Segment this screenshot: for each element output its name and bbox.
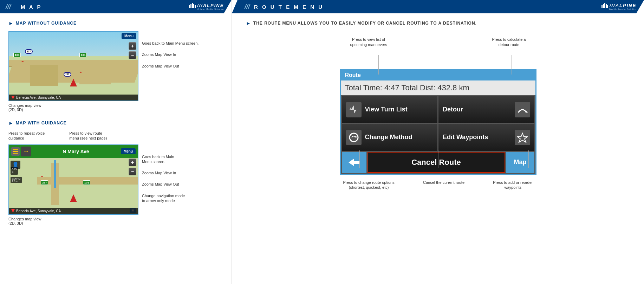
- ann-top-left: Press to view list ofupcoming manuevers: [350, 37, 387, 48]
- map-btn[interactable]: Map: [506, 152, 534, 173]
- label-voice: Press to repeat voiceguidance: [8, 131, 45, 141]
- route-menu-wrap: Press to view list ofupcoming manuevers …: [340, 37, 536, 190]
- svg-marker-5: [349, 159, 354, 166]
- label-menu1: Goes back to Main Menu screen.: [142, 41, 199, 46]
- label-zoom-in2: Zooms Map View In: [142, 170, 185, 175]
- dist-text: 595ft: [12, 168, 17, 174]
- zoom-in-btn2[interactable]: +: [129, 159, 136, 166]
- view-turn-list-btn[interactable]: View Turn List: [342, 96, 438, 123]
- detour-label: Detour: [443, 106, 463, 113]
- label-zoom-out2-text: Zooms Map View Out: [142, 182, 179, 187]
- hamburger-icon[interactable]: [11, 147, 20, 156]
- map-without-guidance-section: ► MAP WITHOUT GUIDANCE: [8, 20, 223, 112]
- car-arrow2: [70, 194, 77, 202]
- right-slash-icon: ///: [245, 3, 250, 11]
- time-text: 8:00PM2.8 m: [12, 178, 20, 182]
- view-change1-text: Changes map view(2D, 3D): [8, 103, 41, 112]
- view-change2-text: Changes map view(2D, 3D): [8, 217, 41, 225]
- edit-waypoints-label: Edit Waypoints: [443, 134, 488, 141]
- street-name2: Benecia Ave, Sunnyvale, CA: [16, 209, 61, 213]
- ann-bot-center: Cancel the current route: [423, 180, 464, 190]
- map2-area: → N Mary Ave Menu 👤 595ft 8:00PM2.8 m: [8, 144, 223, 215]
- label-nav-mode: Change navigation modeto arrow only mode: [142, 193, 185, 204]
- stripe1: [189, 5, 190, 8]
- right-section-title: ► THE ROUTE MENU ALLOWS YOU TO EASILY MO…: [246, 20, 630, 26]
- change-method-icon: [346, 130, 362, 145]
- bottom-annotations: Press to change route options(shortest, …: [340, 180, 536, 190]
- rest-icon2: ⌁: [79, 70, 82, 75]
- vline-bot-left: [359, 150, 360, 168]
- top-labels2: Press to repeat voiceguidance Press to v…: [8, 131, 223, 141]
- nav-bar: → N Mary Ave Menu: [9, 145, 138, 158]
- route-buttons-grid: View Turn List Detour: [341, 95, 535, 152]
- ann-top-right-text: Press to calculate adetour route: [492, 37, 526, 47]
- cancel-route-btn[interactable]: Cancel Route: [367, 152, 505, 173]
- label-route-menu: Press to view routemenu (see next page): [69, 131, 107, 141]
- label-zoom-out1: Zooms Map View Out: [142, 64, 199, 69]
- zoom-out-btn1[interactable]: −: [129, 51, 136, 59]
- sign2-101: 101: [83, 180, 90, 185]
- menu-btn1[interactable]: Menu: [122, 33, 136, 39]
- section2-label: MAP WITH GUIDANCE: [16, 121, 67, 125]
- ann-bot-left-text: Press to change route options(shortest, …: [343, 180, 395, 189]
- change-method-label: Change Method: [365, 134, 412, 141]
- alpine-stripes-left: [189, 3, 196, 8]
- map1-labels: Goes back to Main Menu screen. Zooms Map…: [142, 31, 199, 69]
- top-annotations: Press to view list ofupcoming manuevers …: [340, 37, 536, 48]
- map2-display: → N Mary Ave Menu 👤 595ft 8:00PM2.8 m: [8, 144, 138, 215]
- view-change1: Changes map view(2D, 3D): [8, 103, 223, 112]
- info-dist-box: 595ft: [11, 167, 18, 175]
- route-intro-text: THE ROUTE MENU ALLOWS YOU TO EASILY MODI…: [253, 20, 477, 26]
- label-zoom-in2-text: Zooms Map View In: [142, 170, 176, 175]
- alpine-subtitle-left: Mobile Media Solutions: [197, 8, 226, 11]
- hamburger-line3: [13, 153, 18, 154]
- label-zoom-in1-text: Zooms Map View In: [142, 52, 176, 57]
- zoom-in-btn1[interactable]: +: [129, 42, 136, 50]
- vline-bot-right: [528, 150, 529, 168]
- label-voice-text: Press to repeat voiceguidance: [8, 131, 45, 140]
- right-content: ► THE ROUTE MENU ALLOWS YOU TO EASILY MO…: [232, 13, 644, 197]
- section2-arrow: ►: [8, 120, 14, 126]
- label-zoom-in1: Zooms Map View In: [142, 52, 199, 57]
- vline-top-left: [378, 55, 379, 75]
- sign-237a: 237: [25, 49, 33, 54]
- road-intersection: [30, 65, 58, 86]
- menu-btn2[interactable]: Menu: [121, 148, 136, 154]
- left-slash-icon: ///: [6, 3, 11, 11]
- map-with-guidance-section: ► MAP WITH GUIDANCE Press to repeat voic…: [8, 120, 223, 225]
- route-header-label: Route: [345, 72, 361, 78]
- alpine-name-right: ///ALPINE.: [601, 3, 638, 8]
- turn-list-icon: [346, 102, 362, 117]
- alpine-name-left: ///ALPINE.: [189, 3, 226, 8]
- zoom-out-btn2[interactable]: −: [129, 168, 136, 175]
- detour-icon: [515, 102, 530, 117]
- turn-arrow-symbol: →: [23, 148, 29, 155]
- alpine-text-right: ///ALPINE.: [610, 3, 638, 8]
- stripe5: [195, 5, 196, 8]
- header-slash-left: [224, 0, 232, 13]
- ann-bot-right-text: Press to add or reorderwaypoints: [493, 180, 533, 189]
- rest-icon3: ⌁: [41, 174, 43, 179]
- map1-area: 101 237 101 237 ⌁ ⌁ Menu + −: [8, 31, 223, 101]
- turn-arrow-icon: →: [21, 147, 31, 156]
- svg-marker-3: [518, 133, 527, 142]
- label-main-menu2-text: Goes back to MainMenu screen.: [142, 154, 174, 164]
- stripe4: [193, 4, 194, 8]
- detour-btn[interactable]: Detour: [438, 96, 534, 123]
- back-btn[interactable]: [342, 152, 366, 173]
- map-btn-label: Map: [514, 159, 527, 166]
- map2-status-bar: Benecia Ave, Sunnyvale, CA: [9, 208, 138, 214]
- car-arrow1: [70, 79, 77, 86]
- turn-list-label: View Turn List: [365, 106, 408, 113]
- right-panel: /// R O U T E M E N U ///ALPINE. Mobile …: [232, 0, 644, 284]
- stripe-r5: [607, 5, 608, 8]
- ann-bot-left: Press to change route options(shortest, …: [343, 180, 395, 190]
- edit-waypoints-btn[interactable]: Edit Waypoints: [438, 124, 534, 151]
- section2-title: ► MAP WITH GUIDANCE: [8, 120, 223, 126]
- sign-237b: 237: [64, 72, 71, 77]
- change-method-btn[interactable]: Change Method: [342, 124, 438, 151]
- right-header: /// R O U T E M E N U ///ALPINE. Mobile …: [232, 0, 644, 13]
- route-menu-container: Press to view list ofupcoming manuevers …: [246, 37, 630, 190]
- label-menu1-text: Goes back to Main Menu screen.: [142, 41, 199, 46]
- stripe2: [190, 4, 191, 8]
